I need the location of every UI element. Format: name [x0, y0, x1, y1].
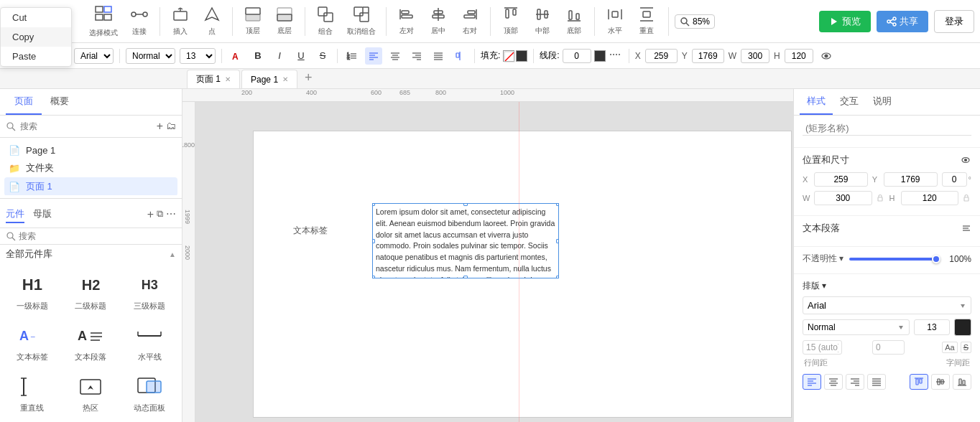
visibility-icon[interactable] [960, 154, 971, 166]
font-family-right-select[interactable]: Arial [803, 296, 971, 314]
comp-h-line[interactable]: 水平线 [123, 320, 176, 365]
bold-button[interactable]: B [249, 47, 267, 65]
tab-outline[interactable]: 概要 [42, 89, 78, 115]
share-button[interactable]: 共享 [877, 11, 928, 32]
comp-h3[interactable]: H3 三级标题 [123, 269, 176, 314]
top-layer-button[interactable]: 顶层 [239, 4, 267, 39]
fill-transparent-button[interactable] [503, 50, 514, 62]
handle-tr[interactable] [556, 203, 559, 206]
y-coord-input[interactable] [692, 49, 724, 63]
text-strikethrough-button[interactable]: S [961, 342, 971, 353]
comp-v-line[interactable]: 重直线 [6, 371, 59, 416]
tab-page1[interactable]: 页面 1 ✕ [187, 70, 240, 88]
ungroup-button[interactable]: 取消组合 [343, 3, 380, 39]
lock-w-icon[interactable] [875, 193, 885, 203]
comp-dynamic-panel[interactable]: 动态面板 [123, 371, 176, 416]
context-copy[interactable]: Copy [1, 27, 71, 47]
tab-page2-close[interactable]: ✕ [282, 75, 288, 83]
w-coord-input[interactable] [741, 49, 769, 63]
handle-bm[interactable] [463, 276, 468, 278]
align-justify-bar-button[interactable] [430, 47, 447, 65]
select-mode-button[interactable]: 选择模式 [85, 1, 122, 41]
bottom-align-button[interactable]: 底部 [560, 4, 588, 39]
comp-h1[interactable]: H1 一级标题 [6, 269, 59, 314]
line-spacing-input[interactable] [803, 340, 842, 355]
align-vert-bottom[interactable] [953, 374, 971, 390]
font-size-select[interactable]: 13 [180, 48, 216, 64]
font-size-right-input[interactable] [914, 319, 950, 335]
more-comp-button[interactable]: ⋯ [166, 208, 176, 221]
right-tab-notes[interactable]: 说明 [866, 89, 899, 115]
align-center-bar-button[interactable] [387, 47, 404, 65]
comp-tab-components[interactable]: 元件 [6, 206, 24, 223]
comp-text-label[interactable]: A_ 文本标签 [6, 320, 59, 365]
copy-comp-button[interactable]: ⧉ [157, 208, 163, 221]
tab-page2[interactable]: Page 1 ✕ [241, 70, 297, 88]
right-align-button[interactable]: 右对 [456, 4, 484, 39]
align-text-justify[interactable] [867, 374, 886, 390]
horizontal-distribute-button[interactable]: 水平 [601, 4, 629, 39]
vertical-distribute-button[interactable]: 重直 [632, 4, 661, 39]
italic-button[interactable]: I [271, 47, 288, 65]
h-input[interactable] [901, 191, 959, 205]
center-align-button[interactable]: 居中 [424, 4, 453, 39]
login-button[interactable]: 登录 [934, 10, 974, 33]
underline-button[interactable]: U [292, 47, 310, 65]
right-tab-style[interactable]: 样式 [800, 89, 833, 115]
zoom-control[interactable]: 85% [675, 14, 715, 29]
combine-button[interactable]: 组合 [311, 3, 340, 39]
handle-mr[interactable] [556, 239, 559, 243]
align-vert-top[interactable] [910, 374, 928, 390]
opacity-slider[interactable] [849, 258, 940, 261]
align-left-bar-button[interactable] [365, 47, 382, 65]
bottom-layer-button[interactable]: 底层 [270, 4, 299, 39]
w-input[interactable] [814, 191, 872, 205]
text-label-on-canvas[interactable]: 文本标签 [293, 225, 328, 237]
comp-search-input[interactable] [19, 231, 176, 241]
pages-search-input[interactable] [20, 121, 152, 131]
align-left-v-button[interactable] [451, 47, 468, 65]
angle-input[interactable] [942, 172, 967, 187]
align-text-right[interactable] [846, 374, 864, 390]
h-coord-input[interactable] [785, 49, 813, 63]
handle-tm[interactable] [463, 203, 468, 206]
font-style-right-select[interactable]: Normal [803, 319, 910, 335]
text-uppercase-button[interactable]: Aa [942, 342, 957, 353]
y-input[interactable] [884, 172, 938, 187]
comp-tab-masters[interactable]: 母版 [33, 206, 52, 223]
tab-page1-close[interactable]: ✕ [225, 75, 231, 83]
strikethrough-button[interactable]: S [314, 47, 331, 65]
ordered-list-button[interactable]: 1.2.3. [343, 47, 361, 65]
font-style-select-bar[interactable]: Normal [126, 48, 175, 64]
preview-button[interactable]: 预览 [819, 11, 871, 32]
align-vert-middle[interactable] [931, 374, 950, 390]
comp-text-para[interactable]: A 文本段落 [65, 320, 118, 365]
folder-item[interactable]: 📁 文件夹 [4, 159, 177, 177]
page-item-active[interactable]: 📄 页面 1 [4, 177, 177, 195]
char-spacing-input[interactable] [872, 340, 905, 355]
text-color-button[interactable]: A [228, 47, 245, 65]
comp-hotspot[interactable]: 热区 [65, 371, 118, 416]
page-item-1[interactable]: 📄 Page 1 [4, 142, 177, 159]
x-coord-input[interactable] [645, 49, 678, 63]
add-tab-button[interactable]: + [299, 67, 318, 88]
middle-align-button[interactable]: 中部 [528, 4, 557, 39]
top-align-button[interactable]: 顶部 [496, 4, 525, 39]
visibility-toggle-button[interactable] [818, 47, 835, 65]
context-paste[interactable]: Paste [1, 47, 71, 66]
comp-h2[interactable]: H2 二级标题 [65, 269, 118, 314]
x-input[interactable] [814, 172, 868, 187]
handle-ml[interactable] [372, 239, 375, 243]
context-cut[interactable]: Cut [1, 8, 71, 27]
handle-tl[interactable] [372, 203, 375, 206]
font-family-select[interactable]: Arial [74, 48, 114, 64]
canvas-content[interactable]: 文本标签 Lorem ipsum dolor sit amet, consect… [195, 102, 793, 422]
align-right-bar-button[interactable] [408, 47, 425, 65]
tab-pages[interactable]: 页面 [6, 89, 42, 115]
library-label[interactable]: 全部元件库 ▲ [0, 245, 182, 263]
stroke-color-button[interactable] [594, 50, 606, 62]
fill-color-button[interactable] [516, 50, 527, 62]
connect-button[interactable]: 连接 [125, 3, 154, 39]
add-folder-button[interactable]: 🗂 [166, 120, 176, 133]
opacity-thumb[interactable] [932, 255, 940, 263]
